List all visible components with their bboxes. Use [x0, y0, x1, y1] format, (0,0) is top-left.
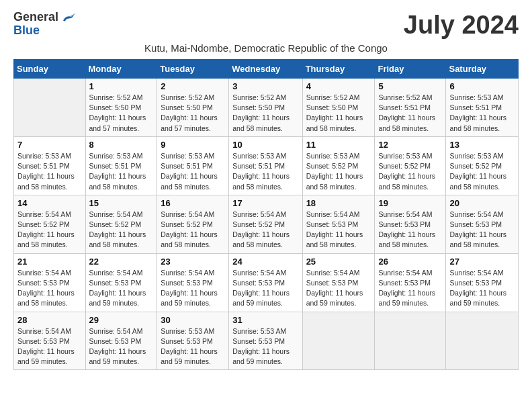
- day-number: 30: [161, 315, 225, 325]
- day-info: Sunrise: 5:52 AM Sunset: 5:50 PM Dayligh…: [232, 93, 298, 134]
- day-info: Sunrise: 5:53 AM Sunset: 5:51 PM Dayligh…: [17, 151, 82, 192]
- day-info: Sunrise: 5:54 AM Sunset: 5:53 PM Dayligh…: [449, 268, 515, 309]
- day-number: 25: [306, 257, 371, 267]
- day-info: Sunrise: 5:53 AM Sunset: 5:51 PM Dayligh…: [449, 93, 515, 134]
- calendar-cell: [14, 79, 86, 137]
- logo-bird-icon: [61, 11, 76, 24]
- calendar-cell: 31Sunrise: 5:53 AM Sunset: 5:53 PM Dayli…: [229, 312, 302, 370]
- calendar-cell: 30Sunrise: 5:53 AM Sunset: 5:53 PM Dayli…: [157, 312, 229, 370]
- day-number: 6: [449, 81, 515, 91]
- calendar-cell: 2Sunrise: 5:52 AM Sunset: 5:50 PM Daylig…: [157, 79, 229, 137]
- calendar-cell: 21Sunrise: 5:54 AM Sunset: 5:53 PM Dayli…: [14, 253, 86, 312]
- calendar-cell: 22Sunrise: 5:54 AM Sunset: 5:53 PM Dayli…: [85, 253, 157, 312]
- day-number: 10: [232, 140, 298, 150]
- calendar-week-1: 1Sunrise: 5:52 AM Sunset: 5:50 PM Daylig…: [14, 79, 519, 137]
- day-info: Sunrise: 5:52 AM Sunset: 5:50 PM Dayligh…: [89, 93, 154, 134]
- calendar-cell: 3Sunrise: 5:52 AM Sunset: 5:50 PM Daylig…: [229, 79, 302, 137]
- day-number: 17: [232, 198, 298, 208]
- day-info: Sunrise: 5:54 AM Sunset: 5:53 PM Dayligh…: [449, 210, 515, 250]
- day-number: 16: [161, 198, 225, 208]
- day-info: Sunrise: 5:53 AM Sunset: 5:53 PM Dayligh…: [232, 326, 298, 367]
- calendar-week-2: 7Sunrise: 5:53 AM Sunset: 5:51 PM Daylig…: [14, 136, 519, 195]
- header-friday: Friday: [375, 60, 446, 79]
- day-number: 22: [89, 257, 154, 267]
- calendar-cell: 19Sunrise: 5:54 AM Sunset: 5:53 PM Dayli…: [375, 195, 446, 253]
- day-info: Sunrise: 5:53 AM Sunset: 5:51 PM Dayligh…: [232, 151, 298, 192]
- month-title: July 2024: [404, 11, 519, 40]
- calendar-cell: 11Sunrise: 5:53 AM Sunset: 5:52 PM Dayli…: [302, 136, 375, 195]
- calendar-subtitle: Kutu, Mai-Ndombe, Democratic Republic of…: [13, 42, 519, 54]
- day-number: 11: [306, 140, 371, 150]
- calendar-cell: 5Sunrise: 5:52 AM Sunset: 5:51 PM Daylig…: [375, 79, 446, 137]
- calendar-cell: 9Sunrise: 5:53 AM Sunset: 5:51 PM Daylig…: [157, 136, 229, 195]
- day-number: 1: [89, 81, 154, 91]
- day-info: Sunrise: 5:54 AM Sunset: 5:53 PM Dayligh…: [306, 268, 371, 309]
- calendar-week-4: 21Sunrise: 5:54 AM Sunset: 5:53 PM Dayli…: [14, 253, 519, 312]
- calendar-cell: 23Sunrise: 5:54 AM Sunset: 5:53 PM Dayli…: [157, 253, 229, 312]
- day-number: 5: [378, 81, 442, 91]
- calendar-cell: 27Sunrise: 5:54 AM Sunset: 5:53 PM Dayli…: [446, 253, 519, 312]
- day-info: Sunrise: 5:52 AM Sunset: 5:50 PM Dayligh…: [161, 93, 225, 134]
- day-info: Sunrise: 5:53 AM Sunset: 5:52 PM Dayligh…: [306, 151, 371, 192]
- day-info: Sunrise: 5:54 AM Sunset: 5:53 PM Dayligh…: [89, 268, 154, 309]
- calendar-cell: 28Sunrise: 5:54 AM Sunset: 5:53 PM Dayli…: [14, 312, 86, 370]
- calendar-table: SundayMondayTuesdayWednesdayThursdayFrid…: [13, 59, 519, 370]
- day-number: 2: [161, 81, 225, 91]
- calendar-cell: 26Sunrise: 5:54 AM Sunset: 5:53 PM Dayli…: [375, 253, 446, 312]
- calendar-cell: 6Sunrise: 5:53 AM Sunset: 5:51 PM Daylig…: [446, 79, 519, 137]
- day-info: Sunrise: 5:54 AM Sunset: 5:52 PM Dayligh…: [161, 210, 225, 250]
- calendar-cell: 12Sunrise: 5:53 AM Sunset: 5:52 PM Dayli…: [375, 136, 446, 195]
- day-number: 19: [378, 198, 442, 208]
- logo-general-text: General: [13, 11, 58, 24]
- calendar-cell: 14Sunrise: 5:54 AM Sunset: 5:52 PM Dayli…: [14, 195, 86, 253]
- day-info: Sunrise: 5:54 AM Sunset: 5:52 PM Dayligh…: [17, 210, 82, 250]
- day-info: Sunrise: 5:54 AM Sunset: 5:52 PM Dayligh…: [232, 210, 298, 250]
- calendar-header-row: SundayMondayTuesdayWednesdayThursdayFrid…: [14, 60, 519, 79]
- calendar-week-5: 28Sunrise: 5:54 AM Sunset: 5:53 PM Dayli…: [14, 312, 519, 370]
- day-number: 29: [89, 315, 154, 325]
- day-number: 31: [232, 315, 298, 325]
- day-info: Sunrise: 5:54 AM Sunset: 5:53 PM Dayligh…: [378, 210, 442, 250]
- day-number: 20: [449, 198, 515, 208]
- day-number: 18: [306, 198, 371, 208]
- day-number: 7: [17, 140, 82, 150]
- logo-blue-text: Blue: [13, 24, 40, 38]
- header-wednesday: Wednesday: [229, 60, 302, 79]
- day-number: 13: [449, 140, 515, 150]
- calendar-cell: [375, 312, 446, 370]
- page-header: General Blue July 2024: [13, 11, 519, 40]
- day-info: Sunrise: 5:53 AM Sunset: 5:52 PM Dayligh…: [378, 151, 442, 192]
- day-info: Sunrise: 5:53 AM Sunset: 5:51 PM Dayligh…: [161, 151, 225, 192]
- day-number: 28: [17, 315, 82, 325]
- day-number: 9: [161, 140, 225, 150]
- calendar-cell: 7Sunrise: 5:53 AM Sunset: 5:51 PM Daylig…: [14, 136, 86, 195]
- calendar-cell: 15Sunrise: 5:54 AM Sunset: 5:52 PM Dayli…: [85, 195, 157, 253]
- header-saturday: Saturday: [446, 60, 519, 79]
- calendar-cell: 24Sunrise: 5:54 AM Sunset: 5:53 PM Dayli…: [229, 253, 302, 312]
- day-number: 8: [89, 140, 154, 150]
- header-monday: Monday: [85, 60, 157, 79]
- calendar-cell: 20Sunrise: 5:54 AM Sunset: 5:53 PM Dayli…: [446, 195, 519, 253]
- day-info: Sunrise: 5:52 AM Sunset: 5:51 PM Dayligh…: [378, 93, 442, 134]
- day-info: Sunrise: 5:54 AM Sunset: 5:53 PM Dayligh…: [378, 268, 442, 309]
- calendar-cell: 18Sunrise: 5:54 AM Sunset: 5:53 PM Dayli…: [302, 195, 375, 253]
- day-info: Sunrise: 5:53 AM Sunset: 5:51 PM Dayligh…: [89, 151, 154, 192]
- calendar-cell: 13Sunrise: 5:53 AM Sunset: 5:52 PM Dayli…: [446, 136, 519, 195]
- day-number: 26: [378, 257, 442, 267]
- day-number: 21: [17, 257, 82, 267]
- day-number: 14: [17, 198, 82, 208]
- calendar-cell: 10Sunrise: 5:53 AM Sunset: 5:51 PM Dayli…: [229, 136, 302, 195]
- day-info: Sunrise: 5:53 AM Sunset: 5:53 PM Dayligh…: [161, 326, 225, 367]
- calendar-cell: 4Sunrise: 5:52 AM Sunset: 5:50 PM Daylig…: [302, 79, 375, 137]
- day-info: Sunrise: 5:54 AM Sunset: 5:53 PM Dayligh…: [232, 268, 298, 309]
- calendar-cell: 8Sunrise: 5:53 AM Sunset: 5:51 PM Daylig…: [85, 136, 157, 195]
- calendar-cell: [446, 312, 519, 370]
- calendar-cell: 25Sunrise: 5:54 AM Sunset: 5:53 PM Dayli…: [302, 253, 375, 312]
- calendar-week-3: 14Sunrise: 5:54 AM Sunset: 5:52 PM Dayli…: [14, 195, 519, 253]
- calendar-body: 1Sunrise: 5:52 AM Sunset: 5:50 PM Daylig…: [14, 79, 519, 370]
- day-number: 27: [449, 257, 515, 267]
- header-sunday: Sunday: [14, 60, 86, 79]
- day-info: Sunrise: 5:54 AM Sunset: 5:53 PM Dayligh…: [89, 326, 154, 367]
- day-number: 3: [232, 81, 298, 91]
- day-number: 12: [378, 140, 442, 150]
